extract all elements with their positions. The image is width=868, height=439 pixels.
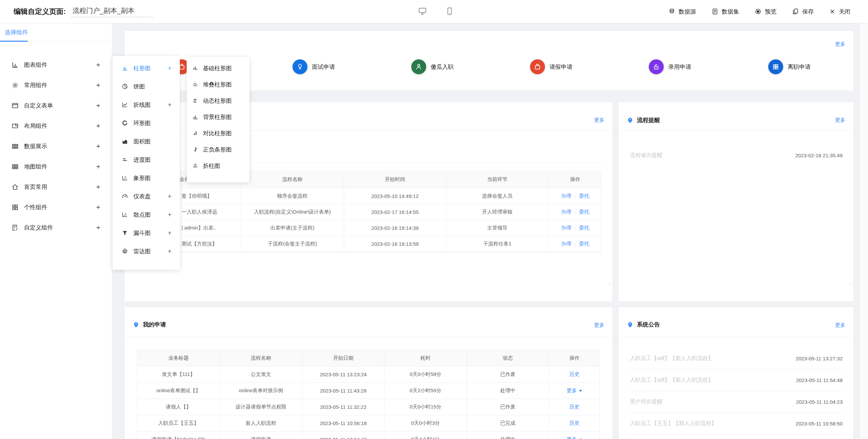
- list-item[interactable]: 入职员工【王五】【新人入职流程】 2023-05-11 10:58:50: [630, 413, 843, 435]
- plus-icon[interactable]: [167, 194, 172, 199]
- doc-edit-icon: [12, 224, 19, 231]
- plus-icon[interactable]: [167, 65, 172, 71]
- list-item[interactable]: 入职员工【adf】【新人入职流程】 2023-05-11 11:54:48: [630, 370, 843, 391]
- tag-icon: [133, 321, 139, 328]
- funnel-chart-icon: [121, 230, 128, 236]
- resize-handle[interactable]: [847, 281, 852, 285]
- sidebar-item-chart-components[interactable]: 图表组件: [0, 55, 112, 75]
- page-title: 编辑自定义页面:: [14, 7, 66, 16]
- handle-link[interactable]: 办理: [561, 193, 571, 199]
- plus-icon[interactable]: [95, 103, 101, 108]
- scrollbar[interactable]: [859, 23, 868, 439]
- delegate-link[interactable]: 委托: [579, 193, 589, 199]
- list-item[interactable]: 流程催办提醒 2023-02-16 21:35:49: [630, 152, 843, 159]
- tab-select-component[interactable]: 选择组件: [5, 28, 28, 36]
- resize-handle[interactable]: [606, 281, 611, 285]
- stacked-bar-icon: [192, 81, 199, 87]
- plus-icon[interactable]: [167, 230, 172, 236]
- table-row: 一入职人侯泽远 入职流程(自定义\Online\设计表单) 2023-02-17…: [138, 204, 601, 220]
- menu-item-gauge-chart[interactable]: 仪表盘: [112, 187, 180, 205]
- history-link[interactable]: 历史: [569, 404, 580, 410]
- delegate-link[interactable]: 委托: [579, 225, 589, 231]
- shortcuts-more-link[interactable]: 更多: [835, 41, 845, 47]
- page-name-input[interactable]: [71, 6, 153, 17]
- sidebar-item-map-components[interactable]: 地图组件: [0, 156, 112, 177]
- plus-icon[interactable]: [95, 184, 101, 190]
- plus-icon[interactable]: [95, 225, 101, 231]
- my-apply-panel: 我的申请 更多 业务标题 流程名称 开始日期 耗时 状态 操作 发文单【111】…: [124, 307, 613, 439]
- sidebar-item-home-common[interactable]: 首页常用: [0, 177, 112, 197]
- more-link[interactable]: 更多: [567, 436, 577, 439]
- todo-more-link[interactable]: 更多: [594, 117, 604, 123]
- delegate-link[interactable]: 委托: [579, 209, 589, 215]
- plus-icon[interactable]: [95, 164, 101, 169]
- menu-item-bar-chart[interactable]: 柱形图: [112, 59, 180, 77]
- submenu-item-dynamic-bar[interactable]: 动态柱形图: [187, 93, 249, 109]
- submenu-item-background-bar[interactable]: 背景柱形图: [187, 109, 249, 125]
- menu-item-funnel-chart[interactable]: 漏斗图: [112, 224, 180, 242]
- plus-icon[interactable]: [167, 212, 172, 217]
- handle-link[interactable]: 办理: [561, 225, 571, 231]
- plus-icon[interactable]: [95, 62, 101, 68]
- plus-icon[interactable]: [95, 204, 101, 210]
- mobile-preview-icon[interactable]: [445, 7, 454, 16]
- delegate-link[interactable]: 委托: [579, 241, 589, 247]
- plus-icon[interactable]: [167, 102, 172, 107]
- sidebar-item-data-display[interactable]: 数据展示: [0, 136, 112, 156]
- sidebar-item-custom-form[interactable]: 自定义表单: [0, 95, 112, 116]
- shortcut-resign-apply[interactable]: 离职申请: [768, 59, 811, 74]
- submenu-item-posneg-bar[interactable]: 正负条形图: [187, 141, 249, 158]
- line-chart-icon: [121, 101, 128, 108]
- menu-item-pictogram-chart[interactable]: 象形图: [112, 169, 180, 187]
- plus-icon[interactable]: [95, 123, 101, 129]
- menu-item-scatter-chart[interactable]: 散点图: [112, 205, 180, 224]
- horizontal-bar-icon: [192, 98, 199, 104]
- handle-link[interactable]: 办理: [561, 241, 571, 247]
- menu-item-progress-chart[interactable]: 进度图: [112, 151, 180, 169]
- sidebar-item-common-components[interactable]: 常用组件: [0, 75, 112, 95]
- table-row: 请假人【】 设计器请假单节点权限 2023-05-11 11:32:22 0天0…: [137, 399, 599, 415]
- table-row: 请假申请【Nicholas Chi 请假申请 2023-05-11 10:24:…: [137, 432, 599, 439]
- shortcut-hire-apply[interactable]: 录用申请: [649, 59, 691, 74]
- table-icon: [12, 163, 19, 170]
- tab-underline: [0, 41, 28, 42]
- submenu-item-basic-bar[interactable]: 基础柱形图: [187, 60, 249, 76]
- menu-item-radar-chart[interactable]: 雷达图: [112, 242, 180, 260]
- submenu-item-compare-bar[interactable]: 对比柱形图: [187, 125, 249, 141]
- submenu-item-stacked-bar[interactable]: 堆叠柱形图: [187, 76, 249, 93]
- preview-button[interactable]: 预览: [755, 8, 776, 16]
- plus-icon[interactable]: [167, 248, 172, 254]
- sidebar-item-personal-components[interactable]: 个性组件: [0, 197, 112, 217]
- apply-more-link[interactable]: 更多: [594, 322, 604, 328]
- shortcut-interview-apply[interactable]: 面试申请: [293, 59, 335, 74]
- menu-item-area-chart[interactable]: 面积图: [112, 132, 180, 151]
- dataset-button[interactable]: 数据集: [712, 8, 739, 16]
- history-link[interactable]: 历史: [569, 371, 580, 378]
- more-link[interactable]: 更多: [567, 387, 577, 394]
- menu-item-line-chart[interactable]: 折线图: [112, 96, 180, 114]
- sidebar-item-layout-components[interactable]: 布局组件: [0, 116, 112, 136]
- handle-link[interactable]: 办理: [561, 209, 571, 215]
- menu-item-ring-chart[interactable]: 环形图: [112, 114, 180, 132]
- plus-icon[interactable]: [95, 143, 101, 149]
- desktop-preview-icon[interactable]: [418, 7, 427, 16]
- save-button[interactable]: 保存: [792, 8, 814, 16]
- remind-more-link[interactable]: 更多: [835, 117, 845, 123]
- shortcut-leave-apply[interactable]: 请假申请: [530, 59, 572, 74]
- process-remind-panel: 流程提醒 更多 流程催办提醒 2023-02-16 21:35:49: [618, 102, 854, 302]
- list-item[interactable]: 用户同步提醒 2023-05-11 11:04:23: [630, 391, 843, 413]
- shortcut-onboarding[interactable]: 傻瓜入职: [411, 59, 454, 74]
- list-item[interactable]: 入职员工【adf】【新人入职流程】 2023-05-11 13:27:32: [630, 348, 843, 370]
- plus-icon[interactable]: [95, 82, 101, 88]
- submenu-item-line-bar[interactable]: 折柱图: [187, 158, 249, 174]
- status-text: 已作废: [467, 366, 549, 383]
- menu-item-pie-chart[interactable]: 饼图: [112, 77, 180, 96]
- close-button[interactable]: 关闭: [829, 8, 850, 16]
- notice-more-link[interactable]: 更多: [835, 322, 845, 328]
- history-link[interactable]: 历史: [569, 420, 580, 426]
- ring-chart-icon: [121, 120, 128, 126]
- datasource-button[interactable]: 数据源: [668, 8, 696, 16]
- caret-down-icon: [579, 390, 582, 392]
- sidebar-item-custom-components[interactable]: 自定义组件: [0, 217, 112, 238]
- bar-chart-submenu: 基础柱形图 堆叠柱形图 动态柱形图 背景柱形图 对比柱形图 正负条形图 折柱图: [187, 57, 249, 182]
